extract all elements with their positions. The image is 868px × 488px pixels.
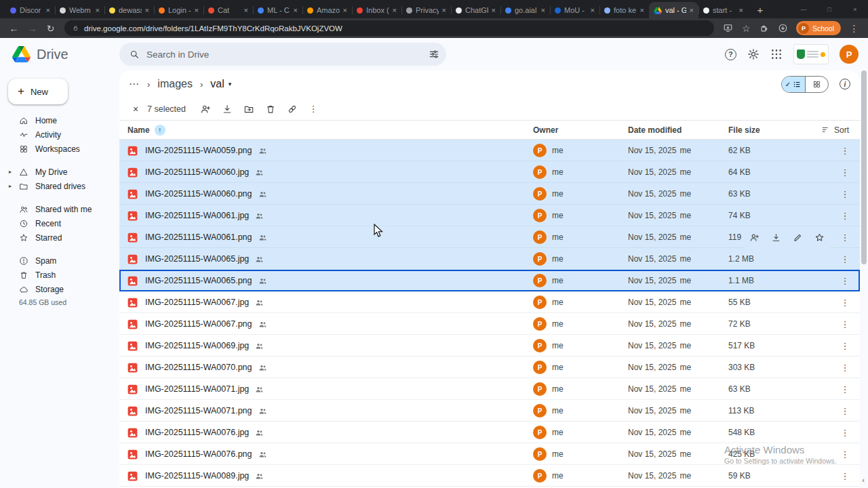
sidebar-item-home[interactable]: Home: [0, 113, 119, 127]
tab-close-icon[interactable]: ×: [96, 6, 100, 14]
tab-close-icon[interactable]: ×: [640, 6, 644, 14]
window-minimize-button[interactable]: —: [791, 0, 816, 18]
column-header-size[interactable]: File size: [728, 125, 803, 135]
file-row[interactable]: IMG-20251115-WA0076.jpg P me Nov 15, 202…: [119, 422, 860, 443]
browser-tab[interactable]: start - ×: [698, 2, 748, 18]
page-scrollbar[interactable]: [861, 70, 867, 479]
breadcrumb-parent-folder[interactable]: images: [157, 78, 193, 90]
browser-tab[interactable]: Privacy ×: [401, 2, 451, 18]
tab-close-icon[interactable]: ×: [492, 6, 496, 14]
sidebar-item-starred[interactable]: Starred: [0, 230, 119, 245]
sidebar-item-shared-with-me[interactable]: Shared with me: [0, 202, 119, 216]
search-input[interactable]: [146, 49, 422, 60]
browser-tab[interactable]: Webm ×: [55, 2, 104, 18]
tab-close-icon[interactable]: ×: [195, 6, 199, 14]
sidebar-item-storage[interactable]: Storage: [0, 282, 119, 296]
file-row[interactable]: IMG-20251115-WA0071.png P me Nov 15, 202…: [119, 400, 860, 422]
row-menu-button[interactable]: ⋮: [830, 341, 860, 351]
file-row[interactable]: IMG-20251115-WA0069.jpg P me Nov 15, 202…: [119, 335, 860, 357]
tab-close-icon[interactable]: ×: [591, 6, 595, 14]
file-row[interactable]: IMG-20251115-WA0089.jpg P me Nov 15, 202…: [119, 465, 860, 487]
tab-close-icon[interactable]: ×: [244, 6, 248, 14]
tab-close-icon[interactable]: ×: [294, 6, 298, 14]
browser-tab[interactable]: val - G ×: [649, 2, 698, 18]
scroll-left-chevron[interactable]: ‹: [859, 474, 867, 485]
browser-tab[interactable]: Login - ×: [154, 2, 203, 18]
tab-close-icon[interactable]: ×: [393, 6, 397, 14]
expand-caret-icon[interactable]: ▸: [9, 183, 12, 189]
settings-gear-icon[interactable]: [747, 48, 760, 60]
copy-link-button[interactable]: [283, 100, 302, 119]
file-row[interactable]: IMG-20251115-WA0061.jpg P me Nov 15, 202…: [119, 205, 860, 226]
file-row[interactable]: IMG-20251115-WA0065.jpg P me Nov 15, 202…: [119, 248, 860, 270]
share-button[interactable]: [196, 100, 216, 119]
details-info-button[interactable]: i: [840, 79, 850, 89]
more-actions-button[interactable]: ⋮: [304, 104, 322, 114]
file-row[interactable]: IMG-20251115-WA0065.png P me Nov 15, 202…: [119, 270, 860, 291]
column-header-modified[interactable]: Date modified: [628, 125, 728, 135]
google-apps-grid-icon[interactable]: [770, 48, 783, 60]
sort-ascending-icon[interactable]: ↑: [155, 125, 165, 136]
reload-button[interactable]: ↻: [42, 23, 59, 34]
browser-tab[interactable]: Inbox ( ×: [352, 2, 401, 18]
sidebar-item-spam[interactable]: Spam: [0, 253, 119, 268]
sidebar-item-shared-drives[interactable]: ▸Shared drives: [0, 179, 119, 193]
sort-button[interactable]: Sort: [803, 125, 860, 135]
person-add-icon[interactable]: [749, 232, 760, 243]
file-row[interactable]: IMG-20251115-WA0071.jpg P me Nov 15, 202…: [119, 378, 860, 400]
browser-tab[interactable]: MoU - ×: [550, 2, 599, 18]
row-menu-button[interactable]: ⋮: [830, 254, 860, 264]
new-button[interactable]: + New: [8, 79, 68, 104]
address-bar[interactable]: drive.google.com/drive/folders/1LAtIzFM9…: [64, 20, 714, 36]
sidebar-item-workspaces[interactable]: Workspaces: [0, 142, 119, 156]
drive-search-bar[interactable]: [119, 43, 446, 66]
tab-close-icon[interactable]: ×: [343, 6, 347, 14]
browser-tab[interactable]: foto ke ×: [599, 2, 649, 18]
browser-tab[interactable]: ML - C ×: [253, 2, 302, 18]
sidebar-item-trash[interactable]: Trash: [0, 268, 119, 282]
browser-tab[interactable]: go.aial ×: [500, 2, 550, 18]
back-button[interactable]: ←: [5, 23, 22, 34]
column-header-owner[interactable]: Owner: [533, 125, 628, 135]
new-tab-button[interactable]: +: [754, 4, 766, 16]
row-menu-button[interactable]: ⋮: [830, 146, 860, 156]
tab-close-icon[interactable]: ×: [739, 6, 743, 14]
file-row[interactable]: IMG-20251115-WA0061.png P me Nov 15, 202…: [119, 226, 860, 248]
sidebar-item-recent[interactable]: Recent: [0, 216, 119, 230]
breadcrumb-collapsed-button[interactable]: ⋯: [129, 78, 140, 90]
expand-caret-icon[interactable]: ▸: [9, 169, 12, 175]
row-menu-button[interactable]: ⋮: [830, 211, 860, 221]
row-menu-button[interactable]: ⋮: [830, 189, 860, 199]
row-menu-button[interactable]: ⋮: [830, 449, 860, 460]
sidebar-item-my-drive[interactable]: ▸My Drive: [0, 165, 119, 179]
row-menu-button[interactable]: ⋮: [830, 471, 860, 481]
file-row[interactable]: IMG-20251115-WA0059.png P me Nov 15, 202…: [119, 140, 860, 161]
browser-tab[interactable]: Discor ×: [5, 2, 55, 18]
window-close-button[interactable]: ×: [842, 0, 868, 18]
browser-tab[interactable]: Cat ×: [203, 2, 253, 18]
breadcrumb-current-folder[interactable]: val ▾: [210, 78, 231, 90]
file-row[interactable]: IMG-20251115-WA0060.png P me Nov 15, 202…: [119, 183, 860, 205]
browser-tab[interactable]: ChatGF ×: [451, 2, 500, 18]
row-menu-button[interactable]: ⋮: [830, 428, 860, 438]
browser-tab[interactable]: dewass ×: [104, 2, 154, 18]
forward-button[interactable]: →: [24, 23, 41, 34]
search-options-icon[interactable]: [429, 49, 439, 60]
row-menu-button[interactable]: ⋮: [830, 363, 860, 373]
rename-pencil-icon[interactable]: [793, 232, 803, 243]
help-button[interactable]: ?: [725, 49, 736, 60]
browser-tab[interactable]: Amazo ×: [302, 2, 352, 18]
file-row[interactable]: IMG-20251115-WA0076.png P me Nov 15, 202…: [119, 443, 860, 465]
download-button[interactable]: [218, 100, 237, 119]
tab-close-icon[interactable]: ×: [541, 6, 545, 14]
drive-logo-zone[interactable]: Drive: [0, 46, 119, 62]
update-download-icon[interactable]: [774, 23, 791, 33]
tab-close-icon[interactable]: ×: [442, 6, 446, 14]
row-menu-button[interactable]: ⋮: [830, 276, 860, 286]
tab-close-icon[interactable]: ×: [145, 6, 149, 14]
file-row[interactable]: IMG-20251115-WA0067.jpg P me Nov 15, 202…: [119, 291, 860, 313]
move-button[interactable]: [239, 100, 259, 119]
download-icon[interactable]: [771, 232, 781, 243]
clear-selection-button[interactable]: ×: [126, 104, 145, 115]
row-menu-button[interactable]: ⋮: [830, 298, 860, 308]
